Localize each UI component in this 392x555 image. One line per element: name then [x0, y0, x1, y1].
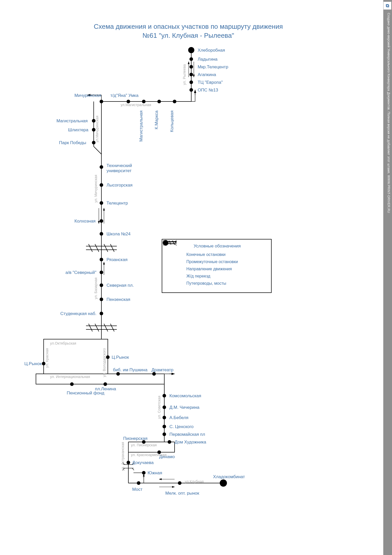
intermediate-stop-icon — [106, 355, 110, 359]
svg-line-16 — [110, 324, 114, 331]
intermediate-stop-icon — [162, 416, 166, 419]
legend-row-direction: Направление движения — [168, 267, 266, 271]
stop-label: Мкр.Телецентр — [198, 64, 228, 70]
legend-row-terminal: Конечные остановки — [168, 252, 266, 257]
stop-label: Телецентр — [107, 201, 128, 206]
svg-line-9 — [104, 244, 108, 252]
intermediate-stop-icon — [100, 219, 103, 223]
stop-label: Докучаева — [132, 460, 154, 465]
svg-line-34 — [132, 468, 134, 470]
terminal-stop-icon — [220, 479, 227, 487]
intermediate-stop-icon — [100, 183, 103, 187]
intermediate-stop-icon — [137, 481, 140, 485]
stop-label: Пенсионный фонд — [67, 391, 104, 396]
street-label: ул. Пионерская — [131, 443, 157, 447]
legend-label: Конечные остановки — [186, 252, 226, 257]
stop-label: биб. им Пушкина — [113, 367, 147, 373]
legend-row-bridge: Путепроводы, мосты — [168, 281, 266, 286]
stop-label: ОПС №13 — [198, 88, 218, 93]
stop-label: Технический университет — [107, 163, 142, 173]
intermediate-stop-icon — [100, 283, 103, 287]
vertical-label: К.Маркса — [154, 110, 159, 129]
stop-label: Парк Победы — [59, 140, 86, 145]
intermediate-stop-icon — [189, 80, 193, 84]
stop-label: Школа №24 — [107, 232, 131, 237]
street-label: ул. Красная — [45, 348, 49, 368]
intermediate-stop-icon — [100, 312, 103, 315]
legend-box: Условные обозначения Конечные остановки … — [162, 239, 272, 293]
intermediate-stop-icon — [116, 372, 120, 376]
street-label: ул.Мичуринская — [95, 116, 99, 143]
street-label: ул. Мичуринская — [94, 175, 98, 202]
intermediate-stop-icon — [162, 405, 166, 409]
stop-label: А.Бебеля — [169, 415, 188, 420]
svg-line-13 — [89, 324, 92, 331]
stop-label: Хладокомбинат — [213, 474, 245, 479]
stop-label: Первомайская пл — [169, 432, 205, 437]
stop-label: Дом Художника — [175, 440, 206, 445]
intermediate-stop-icon — [100, 100, 103, 103]
svg-line-8 — [95, 244, 99, 252]
street-label: ул. Красноармейская — [131, 453, 167, 457]
stop-label: Студенецкая наб. — [60, 311, 97, 316]
terminal-stop-icon — [188, 47, 194, 53]
vertical-label: Кольцевая — [169, 110, 175, 132]
intermediate-stop-icon — [157, 100, 161, 103]
street-label: ул.Магистральная — [121, 103, 151, 107]
stop-label: Мелк. опт. рынок — [164, 491, 200, 496]
stop-label: С. Ценского — [169, 424, 194, 429]
intermediate-stop-icon — [152, 372, 156, 376]
street-label: ул. Рылеева — [182, 64, 186, 85]
street-label: ул. Интернациональная — [50, 375, 90, 379]
stop-label: Комсомольская — [169, 393, 201, 399]
svg-line-37 — [94, 146, 101, 154]
intermediate-stop-icon — [162, 432, 166, 436]
stop-label: Д.М. Чичерина — [169, 405, 199, 410]
svg-line-14 — [95, 324, 99, 331]
stop-label: Ладыгина — [198, 57, 217, 62]
street-label: ул.Октябрьская — [50, 341, 76, 345]
svg-line-49 — [175, 240, 177, 242]
stop-label: Пензенская — [107, 297, 130, 302]
stop-label: Драмтеатр — [151, 367, 173, 373]
stop-label: Ц.Рынок — [112, 355, 129, 360]
svg-line-50 — [163, 244, 165, 245]
intermediate-stop-icon — [100, 271, 103, 274]
stop-label: т/д"Яна" Умка — [110, 93, 138, 98]
intermediate-stop-icon — [173, 100, 176, 103]
legend-label: Направление движения — [186, 267, 232, 271]
stop-label: Мичуринская — [74, 93, 101, 98]
svg-line-10 — [110, 244, 114, 252]
stop-label: Шлихтера — [68, 127, 88, 133]
intermediate-stop-icon — [142, 471, 146, 475]
stop-label: а/в "Северный" — [65, 270, 97, 275]
intermediate-stop-icon — [162, 394, 166, 397]
stop-label: Северная пл. — [107, 283, 134, 288]
street-label: ул.Клубная — [185, 479, 204, 484]
svg-line-48 — [163, 240, 165, 242]
intermediate-stop-icon — [100, 258, 103, 261]
intermediate-stop-icon — [70, 382, 74, 386]
stop-label: Ц.Рынок — [24, 361, 42, 366]
intermediate-stop-icon — [103, 382, 107, 386]
intermediate-stop-icon — [189, 65, 193, 69]
legend-label: Ж/д переезд — [186, 274, 210, 279]
stop-label: ТЦ "Европа" — [198, 80, 223, 85]
intermediate-stop-icon — [178, 481, 181, 485]
intermediate-stop-icon — [189, 73, 193, 76]
street-label: ул. Советская — [157, 396, 161, 419]
street-label: ул. Астраханская — [121, 442, 125, 471]
svg-line-7 — [89, 244, 92, 252]
stop-label: Агапкина — [198, 72, 216, 77]
street-label: ул. Базарная — [94, 278, 98, 299]
stop-label: Рязанская — [107, 257, 128, 262]
stop-label: Хлеборобная — [198, 48, 225, 53]
stop-label: Мост — [132, 487, 142, 492]
legend-label: Промежуточные остановки — [186, 260, 238, 264]
stop-label: Магистральная — [56, 118, 88, 124]
legend-title: Условные обозначения — [168, 244, 266, 249]
stop-label: Лысогорская — [107, 183, 132, 188]
stop-label: Южная — [148, 470, 162, 476]
intermediate-stop-icon — [168, 440, 171, 444]
vertical-label: Магистральная — [139, 110, 144, 142]
